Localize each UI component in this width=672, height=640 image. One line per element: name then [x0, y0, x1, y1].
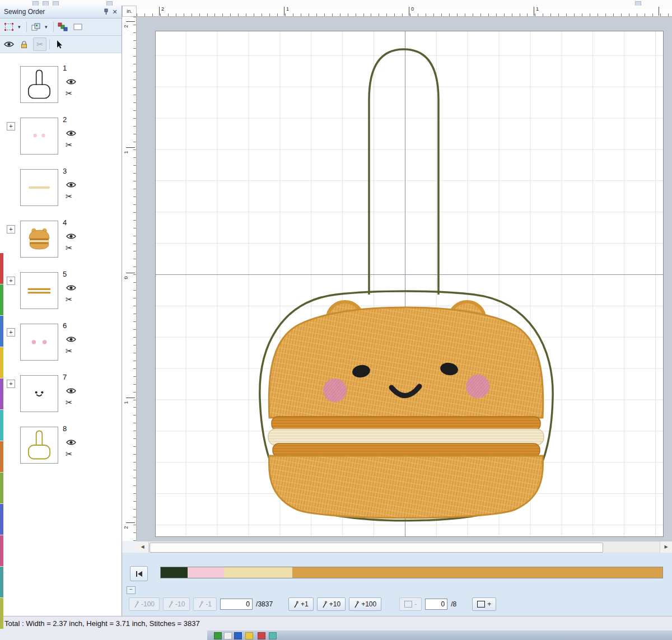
status-text: Total : Width = 2.37 inch, Height = 3.71… — [4, 619, 200, 628]
step-6-thumbnail[interactable] — [20, 324, 58, 361]
previous-color-button[interactable]: - — [399, 597, 422, 611]
step-1-scissors-icon[interactable]: ✂ — [66, 88, 73, 99]
step-2-thumbnail[interactable] — [20, 118, 58, 155]
design-canvas-viewport[interactable] — [137, 17, 672, 541]
horizontal-scrollbar[interactable]: ◀ ▶ — [137, 541, 672, 553]
step-number: 4 — [63, 218, 67, 227]
scrollbar-thumb[interactable] — [150, 543, 603, 553]
step-1-thumbnail[interactable] — [20, 66, 58, 103]
macaron-bottom-shell — [269, 456, 543, 518]
stitch-back-10-button[interactable]: -10 — [163, 597, 190, 611]
stitch-playback-area: − -100 -10 -1 /3837 +1 +10 — [122, 553, 672, 616]
step-number: 3 — [63, 167, 67, 175]
step-3-eye-icon[interactable] — [66, 180, 76, 190]
toolbar-separator — [53, 22, 54, 32]
step-8-scissors-icon[interactable]: ✂ — [66, 449, 73, 459]
panel-title: Sewing Order — [2, 8, 101, 16]
hoop-frame-button[interactable] — [72, 21, 84, 33]
step-6-expand-icon[interactable]: + — [7, 328, 15, 337]
vertical-ruler: 2 1 0 1 2 — [122, 17, 137, 541]
group-order-button[interactable] — [30, 21, 42, 33]
step-6-eye-icon[interactable] — [66, 335, 76, 345]
stitch-forward-1-button[interactable]: +1 — [288, 597, 314, 611]
visibility-eye-button[interactable] — [3, 38, 15, 50]
current-stitch-input[interactable] — [220, 599, 253, 610]
sewing-step-4[interactable]: + 4 ✂ — [0, 214, 121, 265]
needle-icon — [168, 601, 173, 608]
step-5-eye-icon[interactable] — [66, 283, 76, 293]
design-page[interactable] — [155, 31, 664, 537]
pin-icon[interactable] — [101, 7, 110, 16]
step-4-expand-icon[interactable]: + — [7, 225, 15, 233]
docked-toolbar-strip — [0, 253, 3, 620]
stitch-back-1-button[interactable]: -1 — [193, 597, 217, 611]
cursor-arrow-button[interactable] — [53, 38, 65, 50]
embroidery-design[interactable] — [156, 31, 663, 536]
step-8-eye-icon[interactable] — [66, 438, 76, 448]
scroll-left-button[interactable]: ◀ — [137, 541, 149, 553]
snap-tab-loop-outline — [369, 49, 438, 295]
thread-color-progress-bar[interactable] — [160, 567, 663, 578]
sewing-step-3[interactable]: 3 ✂ — [0, 162, 121, 214]
step-5-expand-icon[interactable]: + — [7, 277, 15, 285]
step-7-expand-icon[interactable]: + — [7, 380, 15, 388]
ruler-label: 2 — [123, 526, 129, 529]
toolbar-separator — [26, 22, 27, 32]
color-order-button[interactable] — [57, 21, 69, 33]
thread-segment-4 — [292, 567, 662, 578]
step-7-thumbnail[interactable] — [20, 375, 58, 412]
step-2-expand-icon[interactable]: + — [7, 122, 15, 130]
rewind-to-start-button[interactable] — [130, 566, 148, 581]
step-6-scissors-icon[interactable]: ✂ — [66, 346, 73, 356]
sewing-step-7[interactable]: + 7 ✂ — [0, 368, 121, 420]
step-3-scissors-icon[interactable]: ✂ — [66, 191, 73, 202]
needle-icon — [198, 601, 203, 608]
needle-icon — [354, 601, 359, 608]
step-3-thumbnail[interactable] — [20, 169, 58, 206]
next-color-button[interactable]: + — [472, 597, 496, 611]
ruler-label: 1 — [123, 151, 129, 153]
sewing-step-8[interactable]: 8 ✂ — [0, 420, 121, 471]
stitch-forward-10-button[interactable]: +10 — [317, 597, 346, 611]
step-7-eye-icon[interactable] — [66, 386, 76, 396]
close-panel-icon[interactable]: ✕ — [110, 7, 119, 16]
group-order-dropdown-icon[interactable]: ▾ — [45, 24, 50, 30]
step-8-thumbnail[interactable] — [20, 427, 58, 464]
sewing-step-6[interactable]: + 6 ✂ — [0, 317, 121, 368]
step-7-scissors-icon[interactable]: ✂ — [66, 398, 73, 408]
panel-header: Sewing Order ✕ — [0, 6, 122, 18]
current-color-input[interactable] — [425, 599, 447, 610]
sewing-order-panel: Sewing Order ✕ ▾ ▾ — [0, 6, 122, 616]
needle-icon — [293, 601, 298, 608]
lock-button[interactable] — [18, 38, 30, 50]
thread-segment-1 — [161, 567, 188, 578]
select-mode-button[interactable] — [3, 21, 15, 33]
step-2-eye-icon[interactable] — [66, 129, 76, 139]
step-5-scissors-icon[interactable]: ✂ — [66, 295, 73, 305]
step-number: 2 — [63, 115, 67, 124]
step-4-eye-icon[interactable] — [66, 232, 76, 242]
sewing-step-5[interactable]: + 5 ✂ — [0, 265, 121, 317]
thread-segment-3 — [224, 567, 292, 578]
step-1-eye-icon[interactable] — [66, 77, 76, 87]
remove-stitches-button-disabled[interactable]: ✂ — [33, 38, 46, 51]
stitch-back-100-button[interactable]: -100 — [129, 597, 160, 611]
color-block-icon — [404, 601, 412, 608]
sewing-step-2[interactable]: + 2 ✂ — [0, 111, 121, 162]
ruler-label: 0 — [411, 6, 414, 12]
select-mode-dropdown-icon[interactable]: ▾ — [18, 24, 24, 30]
ruler-label: 1 — [536, 6, 539, 12]
stitch-navigation-row: -100 -10 -1 /3837 +1 +10 — [129, 597, 496, 611]
step-5-thumbnail[interactable] — [20, 272, 58, 309]
ruler-label: 0 — [123, 276, 129, 279]
left-cheek — [323, 379, 347, 402]
step-2-scissors-icon[interactable]: ✂ — [66, 140, 73, 150]
collapse-handle[interactable]: − — [127, 586, 136, 594]
color-total-label: /8 — [451, 600, 456, 608]
stitch-forward-100-button[interactable]: +100 — [349, 597, 381, 611]
step-4-thumbnail[interactable] — [20, 221, 58, 258]
scroll-right-button[interactable]: ▶ — [660, 541, 672, 553]
ruler-label: 1 — [286, 6, 289, 12]
step-4-scissors-icon[interactable]: ✂ — [66, 243, 73, 253]
sewing-step-1[interactable]: 1 ✂ — [0, 59, 121, 111]
